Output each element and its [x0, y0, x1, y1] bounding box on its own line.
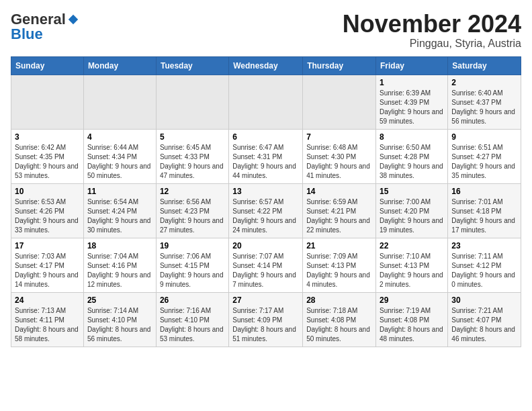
- calendar-cell: 16Sunrise: 7:01 AMSunset: 4:18 PMDayligh…: [448, 183, 521, 238]
- day-info: Sunrise: 6:44 AMSunset: 4:34 PMDaylight:…: [87, 143, 152, 181]
- day-number: 1: [380, 78, 444, 87]
- calendar-week-row: 24Sunrise: 7:13 AMSunset: 4:11 PMDayligh…: [11, 292, 521, 347]
- calendar-cell: 23Sunrise: 7:11 AMSunset: 4:12 PMDayligh…: [448, 238, 521, 292]
- month-title: November 2024: [343, 11, 521, 38]
- calendar-cell: 21Sunrise: 7:09 AMSunset: 4:13 PMDayligh…: [303, 238, 376, 292]
- day-info: Sunrise: 7:16 AMSunset: 4:10 PMDaylight:…: [160, 306, 225, 344]
- day-number: 28: [306, 295, 372, 305]
- calendar-cell: 24Sunrise: 7:13 AMSunset: 4:11 PMDayligh…: [11, 292, 84, 347]
- day-info: Sunrise: 6:45 AMSunset: 4:33 PMDaylight:…: [160, 143, 225, 181]
- day-number: 21: [306, 241, 372, 250]
- day-info: Sunrise: 7:03 AMSunset: 4:17 PMDaylight:…: [15, 252, 80, 289]
- day-info: Sunrise: 6:47 AMSunset: 4:31 PMDaylight:…: [232, 143, 299, 181]
- calendar-cell: 11Sunrise: 6:54 AMSunset: 4:24 PMDayligh…: [83, 183, 156, 238]
- day-info: Sunrise: 6:40 AMSunset: 4:37 PMDaylight:…: [451, 89, 517, 126]
- calendar-cell: 29Sunrise: 7:19 AMSunset: 4:08 PMDayligh…: [376, 292, 448, 347]
- calendar-cell: 17Sunrise: 7:03 AMSunset: 4:17 PMDayligh…: [11, 238, 84, 292]
- calendar-cell: [156, 75, 228, 129]
- calendar-cell: 2Sunrise: 6:40 AMSunset: 4:37 PMDaylight…: [448, 75, 521, 129]
- calendar-cell: 22Sunrise: 7:10 AMSunset: 4:13 PMDayligh…: [376, 238, 448, 292]
- day-number: 15: [380, 187, 444, 196]
- calendar-cell: 14Sunrise: 6:59 AMSunset: 4:21 PMDayligh…: [303, 183, 376, 238]
- day-number: 25: [87, 295, 152, 305]
- weekday-header: Tuesday: [156, 56, 228, 75]
- weekday-header: Sunday: [11, 56, 84, 75]
- day-number: 3: [15, 132, 80, 142]
- day-info: Sunrise: 7:06 AMSunset: 4:15 PMDaylight:…: [160, 252, 225, 289]
- day-info: Sunrise: 7:19 AMSunset: 4:08 PMDaylight:…: [380, 306, 444, 344]
- day-number: 13: [232, 187, 299, 196]
- calendar-cell: 15Sunrise: 7:00 AMSunset: 4:20 PMDayligh…: [376, 183, 448, 238]
- day-number: 24: [15, 295, 80, 305]
- calendar-cell: 27Sunrise: 7:17 AMSunset: 4:09 PMDayligh…: [229, 292, 303, 347]
- day-number: 20: [232, 241, 299, 250]
- calendar-cell: 3Sunrise: 6:42 AMSunset: 4:35 PMDaylight…: [11, 129, 84, 183]
- calendar-cell: [83, 75, 156, 129]
- calendar-cell: 20Sunrise: 7:07 AMSunset: 4:14 PMDayligh…: [229, 238, 303, 292]
- calendar-cell: 12Sunrise: 6:56 AMSunset: 4:23 PMDayligh…: [156, 183, 228, 238]
- day-info: Sunrise: 7:14 AMSunset: 4:10 PMDaylight:…: [87, 306, 152, 344]
- day-number: 26: [160, 295, 225, 305]
- calendar-cell: 18Sunrise: 7:04 AMSunset: 4:16 PMDayligh…: [83, 238, 156, 292]
- day-number: 4: [87, 132, 152, 142]
- calendar-cell: 10Sunrise: 6:53 AMSunset: 4:26 PMDayligh…: [11, 183, 84, 238]
- logo-blue: Blue: [11, 26, 43, 43]
- logo-icon: [67, 13, 79, 26]
- day-number: 29: [380, 295, 444, 305]
- day-number: 12: [160, 187, 225, 196]
- calendar-cell: 1Sunrise: 6:39 AMSunset: 4:39 PMDaylight…: [376, 75, 448, 129]
- day-info: Sunrise: 6:42 AMSunset: 4:35 PMDaylight:…: [15, 143, 80, 181]
- day-number: 9: [451, 132, 517, 142]
- weekday-header: Wednesday: [229, 56, 303, 75]
- day-info: Sunrise: 7:10 AMSunset: 4:13 PMDaylight:…: [380, 252, 444, 289]
- day-number: 6: [232, 132, 299, 142]
- day-number: 19: [160, 241, 225, 250]
- day-number: 23: [451, 241, 517, 250]
- day-info: Sunrise: 7:09 AMSunset: 4:13 PMDaylight:…: [306, 252, 372, 289]
- day-info: Sunrise: 6:51 AMSunset: 4:27 PMDaylight:…: [451, 143, 517, 181]
- day-number: 30: [451, 295, 517, 305]
- weekday-header-row: SundayMondayTuesdayWednesdayThursdayFrid…: [11, 56, 521, 75]
- day-info: Sunrise: 6:54 AMSunset: 4:24 PMDaylight:…: [87, 197, 152, 235]
- weekday-header: Friday: [376, 56, 448, 75]
- calendar-cell: 8Sunrise: 6:50 AMSunset: 4:28 PMDaylight…: [376, 129, 448, 183]
- day-info: Sunrise: 7:13 AMSunset: 4:11 PMDaylight:…: [15, 306, 80, 344]
- day-number: 10: [15, 187, 80, 196]
- day-info: Sunrise: 7:01 AMSunset: 4:18 PMDaylight:…: [451, 197, 517, 235]
- weekday-header: Saturday: [448, 56, 521, 75]
- day-info: Sunrise: 6:48 AMSunset: 4:30 PMDaylight:…: [306, 143, 372, 181]
- location: Pinggau, Styria, Austria: [343, 38, 521, 50]
- calendar-cell: 19Sunrise: 7:06 AMSunset: 4:15 PMDayligh…: [156, 238, 228, 292]
- day-number: 2: [451, 78, 517, 87]
- day-info: Sunrise: 7:21 AMSunset: 4:07 PMDaylight:…: [451, 306, 517, 344]
- day-info: Sunrise: 6:59 AMSunset: 4:21 PMDaylight:…: [306, 197, 372, 235]
- day-info: Sunrise: 7:11 AMSunset: 4:12 PMDaylight:…: [451, 252, 517, 289]
- day-info: Sunrise: 6:56 AMSunset: 4:23 PMDaylight:…: [160, 197, 225, 235]
- day-info: Sunrise: 6:53 AMSunset: 4:26 PMDaylight:…: [15, 197, 80, 235]
- day-info: Sunrise: 7:07 AMSunset: 4:14 PMDaylight:…: [232, 252, 299, 289]
- page-header: General Blue November 2024 Pinggau, Styr…: [11, 11, 521, 50]
- day-number: 11: [87, 187, 152, 196]
- day-info: Sunrise: 6:57 AMSunset: 4:22 PMDaylight:…: [232, 197, 299, 235]
- title-block: November 2024 Pinggau, Styria, Austria: [343, 11, 521, 50]
- day-info: Sunrise: 7:00 AMSunset: 4:20 PMDaylight:…: [380, 197, 444, 235]
- calendar-week-row: 17Sunrise: 7:03 AMSunset: 4:17 PMDayligh…: [11, 238, 521, 292]
- calendar-cell: 4Sunrise: 6:44 AMSunset: 4:34 PMDaylight…: [83, 129, 156, 183]
- day-number: 5: [160, 132, 225, 142]
- day-info: Sunrise: 6:39 AMSunset: 4:39 PMDaylight:…: [380, 89, 444, 126]
- calendar-week-row: 3Sunrise: 6:42 AMSunset: 4:35 PMDaylight…: [11, 129, 521, 183]
- day-number: 17: [15, 241, 80, 250]
- calendar-cell: 26Sunrise: 7:16 AMSunset: 4:10 PMDayligh…: [156, 292, 228, 347]
- calendar-cell: 25Sunrise: 7:14 AMSunset: 4:10 PMDayligh…: [83, 292, 156, 347]
- day-number: 14: [306, 187, 372, 196]
- day-number: 7: [306, 132, 372, 142]
- calendar-cell: 5Sunrise: 6:45 AMSunset: 4:33 PMDaylight…: [156, 129, 228, 183]
- calendar-cell: 13Sunrise: 6:57 AMSunset: 4:22 PMDayligh…: [229, 183, 303, 238]
- calendar-table: SundayMondayTuesdayWednesdayThursdayFrid…: [11, 56, 521, 347]
- calendar-week-row: 1Sunrise: 6:39 AMSunset: 4:39 PMDaylight…: [11, 75, 521, 129]
- day-number: 27: [232, 295, 299, 305]
- logo: General Blue: [11, 11, 79, 43]
- day-number: 16: [451, 187, 517, 196]
- calendar-cell: 6Sunrise: 6:47 AMSunset: 4:31 PMDaylight…: [229, 129, 303, 183]
- day-number: 18: [87, 241, 152, 250]
